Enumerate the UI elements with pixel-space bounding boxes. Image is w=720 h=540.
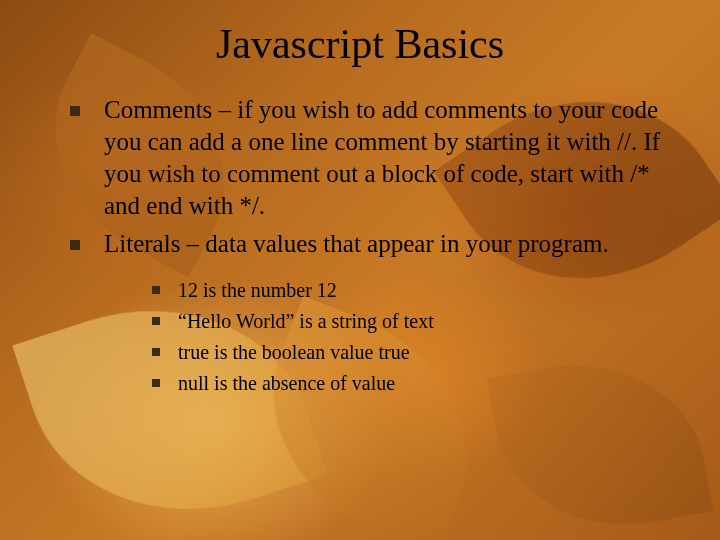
sub-bullet-text: null is the absence of value xyxy=(178,372,395,394)
bullet-literals: Literals – data values that appear in yo… xyxy=(70,228,670,397)
sub-bullet-text: 12 is the number 12 xyxy=(178,279,337,301)
sub-bullet-list: 12 is the number 12 “Hello World” is a s… xyxy=(104,276,670,397)
bullet-text: Literals – data values that appear in yo… xyxy=(104,230,609,257)
sub-bullet: true is the boolean value true xyxy=(152,338,670,366)
sub-bullet: “Hello World” is a string of text xyxy=(152,307,670,335)
slide-title: Javascript Basics xyxy=(50,20,670,68)
bullet-comments: Comments – if you wish to add comments t… xyxy=(70,94,670,222)
sub-bullet-text: “Hello World” is a string of text xyxy=(178,310,434,332)
slide: Javascript Basics Comments – if you wish… xyxy=(0,0,720,540)
sub-bullet-text: true is the boolean value true xyxy=(178,341,410,363)
sub-bullet: 12 is the number 12 xyxy=(152,276,670,304)
main-bullet-list: Comments – if you wish to add comments t… xyxy=(50,94,670,397)
bullet-text: Comments – if you wish to add comments t… xyxy=(104,96,660,219)
sub-bullet: null is the absence of value xyxy=(152,369,670,397)
